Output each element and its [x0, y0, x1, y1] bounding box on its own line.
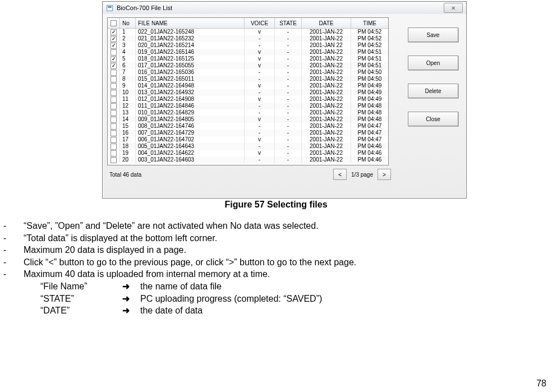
- field-description: “File Name”➜the name of data file: [40, 280, 552, 293]
- cell-voice: -: [245, 123, 275, 130]
- open-button[interactable]: Open: [408, 56, 458, 70]
- svg-rect-0: [107, 5, 113, 11]
- row-checkbox[interactable]: [111, 144, 117, 150]
- prev-page-button[interactable]: <: [333, 169, 347, 180]
- cell-date: 2001-JAN-22: [302, 49, 351, 56]
- header-no[interactable]: No: [120, 18, 136, 28]
- cell-voice: -: [245, 42, 275, 49]
- row-checkbox[interactable]: ✓: [111, 63, 117, 69]
- cell-voice: -: [245, 109, 275, 116]
- header-time[interactable]: TIME: [351, 18, 388, 28]
- cell-no: 20: [120, 156, 136, 163]
- table-row[interactable]: ✓3020_01JAN22-165214--2001-JAN 22PM 04:5…: [108, 42, 388, 49]
- table-row[interactable]: 18005_01JAN22-164643--2001-JAN-22PM 04:4…: [108, 143, 388, 150]
- cell-filename: 010_01JAN22-164829: [136, 109, 245, 116]
- save-button[interactable]: Save: [408, 27, 458, 42]
- table-row[interactable]: 4019_01JAN22-165146v-2001-JAN-22PM 04:51: [108, 49, 388, 56]
- row-checkbox[interactable]: [111, 110, 117, 116]
- cell-filename: 012_01JAN22-164908: [136, 96, 245, 103]
- table-row[interactable]: 11012_01JAN22-164908v-2001-JAN-22PM 04:4…: [108, 96, 388, 103]
- cell-voice: -: [245, 103, 275, 109]
- select-all-checkbox[interactable]: [111, 20, 117, 26]
- cell-time: PM 04:50: [351, 69, 388, 76]
- header-date[interactable]: DATE: [302, 18, 351, 28]
- cell-date: 2001-JAN-22: [302, 82, 351, 89]
- cell-voice: v: [245, 82, 275, 89]
- row-checkbox[interactable]: [111, 49, 117, 56]
- table-row[interactable]: ✓6017_01JAN22-165055v-2001-JAN-22PM 04:5…: [108, 62, 388, 69]
- delete-button[interactable]: Delete: [408, 84, 458, 98]
- row-checkbox[interactable]: ✓: [111, 43, 117, 49]
- cell-voice: -: [245, 69, 275, 76]
- row-checkbox[interactable]: [111, 157, 117, 163]
- cell-state: -: [275, 42, 302, 49]
- row-checkbox[interactable]: ✓: [111, 36, 117, 42]
- close-button[interactable]: Close: [408, 112, 458, 126]
- cell-no: 13: [120, 109, 136, 116]
- table-row[interactable]: 20003_01JAN22-164603--2001-JAN-22PM 04:4…: [108, 156, 388, 163]
- row-checkbox[interactable]: ✓: [111, 29, 117, 35]
- row-checkbox[interactable]: [111, 90, 117, 96]
- cell-filename: 017_01JAN22-165055: [136, 62, 245, 69]
- row-checkbox[interactable]: [111, 150, 117, 156]
- row-checkbox[interactable]: [111, 103, 117, 109]
- header-state[interactable]: STATE: [275, 18, 302, 28]
- row-checkbox[interactable]: [111, 123, 117, 130]
- note-item: -“Save”, ”Open” and “Delete” are not act…: [0, 220, 552, 232]
- cell-filename: 006_01JAN22-164702: [136, 136, 245, 143]
- cell-state: -: [275, 69, 302, 76]
- cell-state: -: [275, 136, 302, 143]
- cell-state: -: [275, 109, 302, 116]
- cell-date: 2001-JAN-22: [302, 96, 351, 103]
- cell-filename: 008_01JAN22-164746: [136, 123, 245, 130]
- cell-time: PM 04:48: [351, 109, 388, 116]
- header-filename[interactable]: FILE NAME: [136, 18, 245, 28]
- table-row[interactable]: 15008_01JAN22-164746--2001-JAN-22PM 04:4…: [108, 123, 388, 130]
- table-row[interactable]: 12011_01JAN22-164846--2001-JAN-22PM 04:4…: [108, 103, 388, 109]
- table-row[interactable]: 19004_01JAN22-164622v-2001-JAN-22PM 04:4…: [108, 150, 388, 156]
- row-checkbox[interactable]: [111, 137, 117, 143]
- cell-no: 15: [120, 123, 136, 130]
- table-row[interactable]: ✓2021_01JAN22-165232--2001-JAN-22PM 04:5…: [108, 35, 388, 42]
- table-row[interactable]: 9014_01JAN22-164948v-2001-JAN-22PM 04:49: [108, 82, 388, 89]
- row-checkbox[interactable]: [111, 96, 117, 103]
- table-row[interactable]: 14009_01JAN22-164805v-2001-JAN-22PM 04:4…: [108, 116, 388, 123]
- cell-no: 4: [120, 49, 136, 56]
- table-row[interactable]: 13010_01JAN22-164829--2001-JAN-22PM 04:4…: [108, 109, 388, 116]
- cell-no: 9: [120, 82, 136, 89]
- header-voice[interactable]: VOICE: [245, 18, 275, 28]
- window-close-button[interactable]: ✕: [444, 3, 463, 13]
- table-row[interactable]: 10013_01JAN22-164932--2001-JAN-22PM 04:4…: [108, 89, 388, 96]
- row-checkbox[interactable]: [111, 70, 117, 76]
- row-checkbox[interactable]: [111, 76, 117, 82]
- cell-no: 1: [120, 29, 136, 35]
- cell-time: PM 04:51: [351, 62, 388, 69]
- cell-date: 2001-JAN 22: [302, 42, 351, 49]
- row-checkbox[interactable]: ✓: [111, 56, 117, 62]
- cell-time: PM 04:46: [351, 143, 388, 150]
- header-checkbox-cell[interactable]: [108, 18, 120, 28]
- cell-state: -: [275, 150, 302, 156]
- table-row[interactable]: 7016_01JAN22-165036--2001-JAN-22PM 04:50: [108, 69, 388, 76]
- table-row[interactable]: 17006_01JAN22-164702v-2001-JAN-22PM 04:4…: [108, 136, 388, 143]
- file-list: No FILE NAME VOICE STATE DATE TIME ✓1022…: [107, 17, 389, 165]
- table-row[interactable]: 8015_01JAN22-165011--2001-JAN-22PM 04:50: [108, 76, 388, 82]
- table-row[interactable]: ✓5018_01JAN22-165125v-2001-JAN-22PM 04:5…: [108, 56, 388, 62]
- row-checkbox[interactable]: [111, 130, 117, 136]
- table-row[interactable]: ✓1022_01JAN22-165248v-2001-JAN-22PM 04:5…: [108, 29, 388, 35]
- cell-voice: -: [245, 130, 275, 136]
- row-checkbox[interactable]: [111, 83, 117, 89]
- file-list-dialog: BioCon-700 File List ✕ No FILE NAME VOIC…: [102, 1, 467, 199]
- cell-state: -: [275, 123, 302, 130]
- cell-time: PM 04:49: [351, 96, 388, 103]
- cell-voice: v: [245, 62, 275, 69]
- table-row[interactable]: 16007_01JAN22-164729--2001-JAN-22PM 04:4…: [108, 130, 388, 136]
- table-header: No FILE NAME VOICE STATE DATE TIME: [108, 18, 388, 29]
- row-checkbox[interactable]: [111, 117, 117, 123]
- cell-state: -: [275, 82, 302, 89]
- cell-state: -: [275, 49, 302, 56]
- next-page-button[interactable]: >: [378, 169, 391, 180]
- cell-no: 6: [120, 62, 136, 69]
- cell-date: 2001-JAN-22: [302, 35, 351, 42]
- cell-voice: v: [245, 29, 275, 35]
